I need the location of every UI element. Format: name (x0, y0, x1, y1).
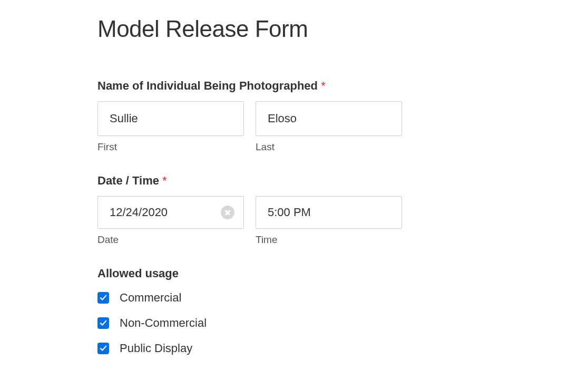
last-name-sublabel: Last (256, 141, 402, 153)
check-icon (100, 345, 107, 352)
form-title: Model Release Form (97, 16, 588, 42)
datetime-input-row: 12/24/2020 Date 5:00 PM Time (97, 196, 588, 246)
usage-label: Allowed usage (97, 267, 588, 280)
checkbox-row-commercial: Commercial (97, 291, 588, 305)
name-label-text: Name of Individual Being Photographed (97, 79, 318, 92)
checkbox-noncommercial[interactable] (97, 317, 109, 329)
checkbox-row-noncommercial: Non-Commercial (97, 316, 588, 330)
name-label: Name of Individual Being Photographed * (97, 79, 588, 93)
name-field-group: Name of Individual Being Photographed * … (97, 79, 588, 153)
checkbox-label-noncommercial[interactable]: Non-Commercial (120, 316, 207, 330)
time-column: 5:00 PM Time (256, 196, 402, 246)
usage-field-group: Allowed usage Commercial Non-Commercial … (97, 267, 588, 355)
first-name-sublabel: First (97, 141, 244, 153)
required-marker: * (162, 174, 167, 187)
time-sublabel: Time (256, 234, 402, 246)
checkbox-row-publicdisplay: Public Display (97, 342, 588, 355)
check-icon (100, 319, 107, 327)
required-marker: * (321, 79, 326, 92)
datetime-field-group: Date / Time * 12/24/2020 Date 5:00 PM Ti… (97, 174, 588, 246)
check-icon (100, 294, 107, 302)
date-sublabel: Date (97, 234, 244, 246)
time-input[interactable]: 5:00 PM (256, 196, 402, 229)
checkbox-label-publicdisplay[interactable]: Public Display (120, 342, 192, 355)
checkbox-publicdisplay[interactable] (97, 343, 109, 354)
first-name-column: First (97, 101, 244, 153)
date-column: 12/24/2020 Date (97, 196, 244, 246)
first-name-input[interactable] (97, 101, 244, 136)
checkbox-commercial[interactable] (97, 292, 109, 304)
clear-date-icon[interactable] (221, 206, 234, 219)
date-input-wrapper: 12/24/2020 (97, 196, 244, 229)
last-name-input[interactable] (256, 101, 402, 136)
checkbox-label-commercial[interactable]: Commercial (120, 291, 181, 305)
last-name-column: Last (256, 101, 402, 153)
name-input-row: First Last (97, 101, 588, 153)
datetime-label: Date / Time * (97, 174, 588, 188)
datetime-label-text: Date / Time (97, 174, 159, 187)
